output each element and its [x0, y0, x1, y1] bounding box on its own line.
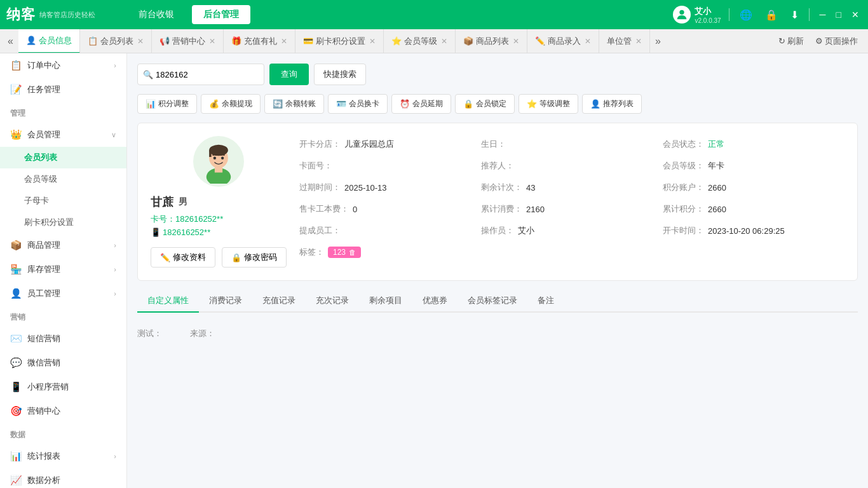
marketing-center-icon: 🎯: [10, 405, 22, 417]
tab-coupons[interactable]: 优惠券: [412, 290, 458, 311]
balance-withdraw-btn[interactable]: 💰 余额提现: [201, 94, 261, 114]
member-card: 甘蔗 男 卡号：182616252** 📱 182616252** ✏️ 修改资…: [137, 123, 858, 281]
tab-product-list[interactable]: 📦 商品列表 ✕: [456, 29, 527, 53]
tab-marketing[interactable]: 📢 营销中心 ✕: [152, 29, 224, 53]
sidebar-sub-card-points[interactable]: 刷卡积分设置: [0, 212, 126, 233]
tab-product-entry-label: 商品录入: [548, 36, 581, 47]
tab-member-list[interactable]: 📋 会员列表 ✕: [80, 29, 152, 53]
label-points-account: 积分账户：: [663, 182, 704, 193]
main-layout: 📋 订单中心 › 📝 任务管理 管理 👑 会员管理 ∨ 会员列表 会员等级 子母…: [0, 53, 868, 488]
tab-custom-attrs-label: 自定义属性: [147, 295, 189, 305]
info-points-account: 积分账户： 2660: [663, 179, 844, 196]
info-member-level: 会员等级： 年卡: [663, 158, 844, 174]
sidebar-sub-member-level[interactable]: 会员等级: [0, 168, 126, 190]
tab-product-list-close[interactable]: ✕: [513, 37, 519, 46]
globe-icon-btn[interactable]: 🌐: [737, 9, 755, 21]
tab-recharge-records-label: 充值记录: [262, 295, 295, 305]
tab-consumption-records-label: 消费记录: [209, 295, 242, 305]
level-adjust-btn[interactable]: ⭐ 等级调整: [519, 94, 578, 114]
search-input[interactable]: [156, 70, 251, 79]
sidebar-item-miniapp[interactable]: 📱 小程序营销: [0, 375, 126, 399]
data-analysis-icon: 📈: [10, 475, 22, 486]
change-card-icon: 🪪: [336, 99, 346, 109]
tab-marketing-label: 营销中心: [172, 36, 205, 47]
balance-withdraw-label: 余额提现: [222, 98, 252, 109]
tab-recharge-gift-icon: 🎁: [231, 36, 241, 46]
sidebar-item-inventory-mgr[interactable]: 🏪 库存管理 ›: [0, 257, 126, 281]
value-points-account: 2660: [708, 183, 726, 193]
balance-transfer-btn[interactable]: 🔄 余额转账: [264, 94, 324, 114]
maximize-btn[interactable]: □: [834, 10, 844, 20]
lock-icon-btn[interactable]: 🔒: [763, 9, 780, 21]
phone-icon: 📱: [151, 227, 161, 237]
info-expire: 过期时间： 2025-10-13: [299, 179, 481, 196]
sidebar-item-staff-mgr[interactable]: 👤 员工管理 ›: [0, 281, 126, 306]
refresh-btn[interactable]: ↻ 刷新: [773, 33, 809, 50]
quick-search-btn[interactable]: 快捷搜索: [314, 64, 366, 85]
tab-member-tag-records[interactable]: 会员标签记录: [458, 290, 527, 311]
label-operator: 操作员：: [481, 225, 514, 236]
tag-close-icon[interactable]: 🗑: [349, 248, 356, 256]
sidebar-item-member-mgr[interactable]: 👑 会员管理 ∨: [0, 123, 126, 147]
tab-member-level-close[interactable]: ✕: [441, 37, 447, 46]
tab-notes[interactable]: 备注: [527, 290, 564, 311]
change-card-btn[interactable]: 🪪 会员换卡: [328, 94, 388, 114]
sidebar-sub-member-list[interactable]: 会员列表: [0, 147, 126, 168]
sidebar-item-sms[interactable]: ✉️ 短信营销: [0, 327, 126, 351]
tab-unit-mgr-close[interactable]: ✕: [635, 37, 642, 46]
edit-profile-btn[interactable]: ✏️ 修改资料: [151, 247, 215, 268]
value-open-branch: 儿童乐园总店: [344, 139, 394, 150]
svg-rect-6: [209, 151, 212, 158]
value-total-points: 2660: [708, 205, 726, 214]
sidebar-item-order-center[interactable]: 📋 订单中心 ›: [0, 53, 126, 78]
tab-collapse-btn[interactable]: «: [3, 36, 18, 47]
tab-consumption-records[interactable]: 消费记录: [199, 290, 252, 311]
member-lock-btn[interactable]: 🔒 会员锁定: [455, 94, 515, 114]
sidebar-item-wechat[interactable]: 💬 微信营销: [0, 351, 126, 375]
tab-product-entry[interactable]: ✏️ 商品录入 ✕: [527, 29, 599, 53]
member-name: 甘蔗: [151, 194, 173, 210]
change-pwd-btn[interactable]: 🔒 修改密码: [222, 247, 287, 268]
tab-product-entry-close[interactable]: ✕: [585, 37, 591, 46]
staff-mgr-icon: 👤: [10, 288, 22, 299]
query-btn[interactable]: 查询: [269, 64, 309, 85]
tab-member-level[interactable]: ⭐ 会员等级 ✕: [384, 29, 456, 53]
tab-recharge-gift[interactable]: 🎁 充值有礼 ✕: [224, 29, 295, 53]
label-expire: 过期时间：: [299, 182, 341, 193]
page-ops-btn[interactable]: ⚙ 页面操作: [810, 33, 863, 50]
lock-icon: 🔒: [231, 253, 241, 262]
tab-unit-mgr[interactable]: 单位管 ✕: [599, 29, 650, 53]
tab-remaining-items[interactable]: 剩余项目: [359, 290, 412, 311]
change-card-label: 会员换卡: [349, 98, 379, 109]
value-member-level: 年卡: [708, 160, 724, 172]
sidebar-item-task-mgr[interactable]: 📝 任务管理: [0, 78, 126, 102]
tab-more-btn[interactable]: »: [650, 36, 666, 47]
minimize-btn[interactable]: ─: [817, 10, 829, 20]
member-mgr-icon: 👑: [10, 129, 22, 140]
tab-card-points-close[interactable]: ✕: [369, 37, 376, 46]
recommend-list-icon: 👤: [590, 99, 600, 109]
close-btn[interactable]: ✕: [849, 10, 862, 20]
member-tag[interactable]: 123 🗑: [328, 247, 361, 258]
wechat-icon: 💬: [10, 357, 22, 369]
tab-member-info[interactable]: 👤 会员信息: [18, 29, 80, 53]
nav-front-btn[interactable]: 前台收银: [127, 5, 186, 24]
tab-card-points[interactable]: 💳 刷卡积分设置 ✕: [295, 29, 384, 53]
member-extend-btn[interactable]: ⏰ 会员延期: [391, 94, 451, 114]
tab-recharge-gift-close[interactable]: ✕: [281, 37, 287, 46]
tab-custom-attrs[interactable]: 自定义属性: [137, 290, 199, 311]
download-icon-btn[interactable]: ⬇: [788, 9, 801, 21]
points-adjust-btn[interactable]: 📊 积分调整: [137, 94, 197, 114]
sidebar-item-marketing-center[interactable]: 🎯 营销中心: [0, 399, 126, 423]
nav-back-btn[interactable]: 后台管理: [192, 5, 250, 24]
tab-usage-records[interactable]: 充次记录: [306, 290, 359, 311]
sidebar-item-stats[interactable]: 📊 统计报表 ›: [0, 444, 126, 468]
attr-test-label: 测试：: [137, 328, 162, 339]
recommend-list-btn[interactable]: 👤 推荐列表: [582, 94, 642, 114]
sidebar-item-product-mgr[interactable]: 📦 商品管理 ›: [0, 233, 126, 257]
tab-member-list-close[interactable]: ✕: [137, 37, 144, 46]
tab-marketing-close[interactable]: ✕: [209, 37, 215, 46]
sidebar-sub-child-card[interactable]: 子母卡: [0, 190, 126, 212]
sidebar-item-data-analysis[interactable]: 📈 数据分析: [0, 468, 126, 488]
tab-recharge-records[interactable]: 充值记录: [252, 290, 306, 311]
